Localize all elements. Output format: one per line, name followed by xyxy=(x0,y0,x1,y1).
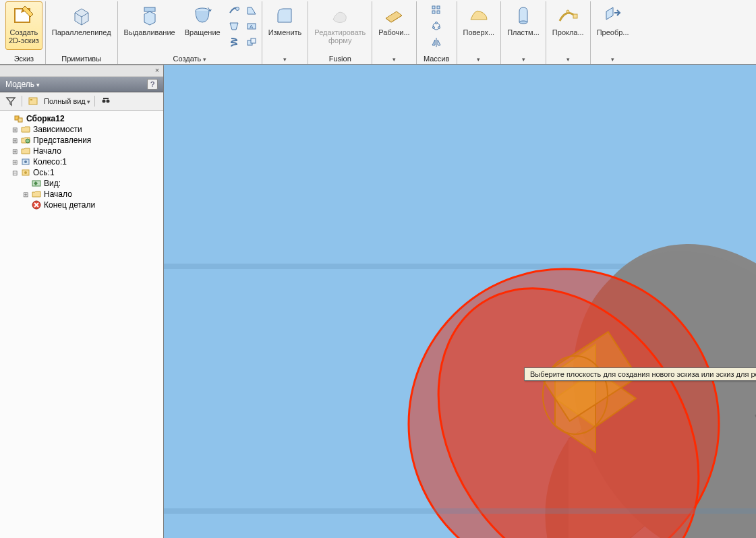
ribbon-group-expander-surface[interactable] xyxy=(460,53,498,64)
tree-twister[interactable]: ⊞ xyxy=(11,158,18,166)
ribbon-group-fusion: Редактировать форму Fusion xyxy=(308,1,372,64)
rib-button[interactable] xyxy=(244,3,259,18)
panel-title-text[interactable]: Модель xyxy=(5,80,40,89)
revolve-button[interactable]: Вращение xyxy=(181,1,224,50)
part-a-icon xyxy=(20,168,31,177)
emboss-button[interactable]: A xyxy=(244,19,259,34)
modify-label: Изменить xyxy=(268,28,302,36)
panel-close-button[interactable]: × xyxy=(152,66,162,76)
filter-button[interactable] xyxy=(4,94,18,108)
ribbon-group-expander-plastic[interactable] xyxy=(504,53,543,64)
freeform-icon xyxy=(328,4,351,27)
svg-rect-8 xyxy=(432,6,435,9)
ribbon: Создать 2D-эскиз Эскиз Параллелепипед Пр… xyxy=(0,0,756,65)
svg-point-3 xyxy=(235,7,239,11)
sketch2d-button[interactable]: Создать 2D-эскиз xyxy=(5,1,42,50)
sketch2d-label: Создать 2D-эскиз xyxy=(9,28,39,44)
workfeat-button[interactable]: Рабочи... xyxy=(375,1,413,50)
tree-node-label: Начало xyxy=(33,146,61,156)
tree-twister[interactable]: ⊟ xyxy=(11,169,18,177)
svg-point-15 xyxy=(433,27,435,29)
svg-point-22 xyxy=(107,100,110,103)
tree-node[interactable]: ⊞Зависимости xyxy=(1,124,162,135)
viewport-3d[interactable]: Выберите плоскость для создания нового э… xyxy=(164,65,756,538)
tree-root-label: Сборка12 xyxy=(26,114,65,123)
mirror-button[interactable] xyxy=(429,35,444,50)
ribbon-group-expander-harness[interactable] xyxy=(549,53,587,64)
ribbon-group-label-create[interactable]: Создать xyxy=(121,53,259,64)
workspace: × Модель ? Полный вид Сборка12 xyxy=(0,65,756,538)
tree-twister[interactable]: ⊞ xyxy=(22,191,29,198)
route-icon xyxy=(556,4,579,27)
pattern-small-col1 xyxy=(429,1,444,50)
fillet-icon xyxy=(273,4,296,27)
tree-node[interactable]: ⊞Начало xyxy=(1,146,162,156)
loft-button[interactable] xyxy=(227,19,241,34)
tree-node-label: Начало xyxy=(44,189,72,199)
harness-button[interactable]: Прокла... xyxy=(549,1,587,50)
ribbon-group-label-sketch: Эскиз xyxy=(5,53,42,64)
folder-icon xyxy=(20,125,31,134)
assembly-icon xyxy=(13,114,24,123)
revolve-label: Вращение xyxy=(185,28,221,36)
find-button[interactable] xyxy=(99,94,113,108)
tree-root[interactable]: Сборка12 xyxy=(1,113,162,124)
surface-label: Поверх... xyxy=(463,28,495,36)
stop-icon xyxy=(31,200,42,210)
tree-node[interactable]: ⊞Колесо:1 xyxy=(1,156,162,167)
part-icon xyxy=(20,157,31,167)
box-icon xyxy=(70,4,93,27)
surface-icon xyxy=(467,4,490,27)
panel-toolbar: Полный вид xyxy=(0,92,163,111)
extrude-button[interactable]: Выдавливание xyxy=(121,1,179,50)
surface-button[interactable]: Поверх... xyxy=(460,1,498,50)
tree-node[interactable]: ⊞Представления xyxy=(1,135,162,146)
model-graphics xyxy=(353,173,756,538)
tree-twister[interactable]: ⊞ xyxy=(11,137,18,144)
svg-rect-25 xyxy=(18,118,22,122)
derive-button[interactable] xyxy=(244,35,259,50)
separator xyxy=(22,96,22,107)
sweep-button[interactable] xyxy=(227,3,241,18)
svg-rect-7 xyxy=(251,38,256,43)
tree-twister[interactable]: ⊞ xyxy=(11,148,18,155)
folder-icon xyxy=(20,146,31,156)
tooltip-text: Выберите плоскость для создания нового э… xyxy=(530,370,756,378)
ribbon-group-expander-modify[interactable] xyxy=(265,53,306,64)
box-button[interactable]: Параллелепипед xyxy=(49,1,115,50)
tree-node[interactable]: ⊞Начало xyxy=(1,189,162,200)
editform-label: Редактировать форму xyxy=(314,28,366,44)
folder-g-icon xyxy=(20,136,31,145)
svg-rect-11 xyxy=(437,11,440,13)
tree-node-label: Конец детали xyxy=(44,200,95,210)
panel-help-button[interactable]: ? xyxy=(147,79,158,90)
tree-node[interactable]: ⊟Ось:1 xyxy=(1,167,162,178)
convert-icon xyxy=(602,4,624,27)
svg-point-18 xyxy=(566,10,569,13)
rectpattern-button[interactable] xyxy=(429,3,444,18)
extrude-icon xyxy=(138,4,161,27)
plastic-button[interactable]: Пластм... xyxy=(504,1,543,50)
svg-point-28 xyxy=(24,160,27,163)
convert-button[interactable]: Преобр... xyxy=(593,1,633,50)
svg-rect-19 xyxy=(29,98,37,104)
svg-point-13 xyxy=(436,22,438,24)
circpattern-button[interactable] xyxy=(429,19,444,34)
plastic-icon xyxy=(512,4,535,27)
ribbon-group-create: Выдавливание Вращение A Создать xyxy=(118,1,262,64)
svg-point-16 xyxy=(519,21,527,24)
tree-node[interactable]: Конец детали xyxy=(1,200,162,210)
tree-node[interactable]: Вид: xyxy=(1,178,162,189)
ribbon-group-expander-workfeat[interactable] xyxy=(375,53,413,64)
modify-button[interactable]: Изменить xyxy=(265,1,306,50)
create-small-buttons-2: A xyxy=(244,1,259,50)
design-view-icon[interactable] xyxy=(26,94,40,108)
svg-rect-17 xyxy=(573,14,577,18)
ribbon-group-sketch: Создать 2D-эскиз Эскиз xyxy=(3,1,46,64)
tree-twister[interactable]: ⊞ xyxy=(11,126,18,133)
ribbon-group-convert: Преобр... xyxy=(591,1,635,64)
ribbon-group-label-pattern: Массив xyxy=(419,53,454,64)
view-mode-dropdown[interactable]: Полный вид xyxy=(44,97,90,105)
coil-button[interactable] xyxy=(227,35,241,50)
ribbon-group-expander-convert[interactable] xyxy=(593,53,633,64)
